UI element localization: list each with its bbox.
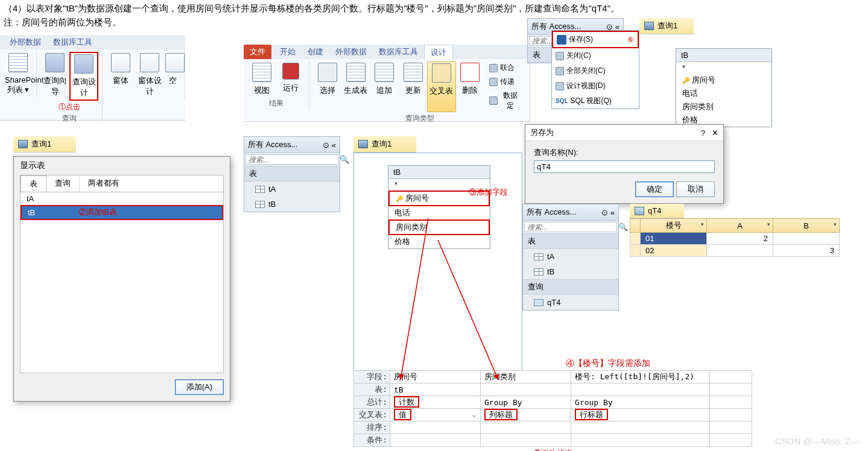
grid-cross-3[interactable]: 行标题: [575, 409, 608, 420]
showtable-title: 显示表: [14, 157, 230, 172]
update-button[interactable]: 更新: [399, 62, 427, 112]
nav2-ta[interactable]: tA: [523, 249, 618, 264]
union-button[interactable]: 联合: [487, 62, 524, 74]
menu-close[interactable]: 关闭(C): [552, 48, 639, 63]
tab-ext[interactable]: 外部数据: [329, 45, 373, 59]
nav2-qt4[interactable]: qT4: [523, 295, 618, 310]
menu-save[interactable]: 保存(S) ⑥: [552, 31, 639, 48]
cell-01-a[interactable]: 2: [707, 233, 773, 245]
nav1-tb[interactable]: tB: [244, 197, 340, 212]
query-icon: [635, 207, 644, 215]
saveas-ok[interactable]: 确定: [635, 181, 674, 197]
append-button[interactable]: 追加: [370, 62, 399, 112]
nav2-sect1: 表: [523, 233, 618, 249]
col-a[interactable]: A▾: [707, 219, 773, 233]
tab-tools[interactable]: 数据库工具: [373, 45, 424, 59]
group-results: 结果: [247, 98, 305, 109]
watermark: CSDN @—Miss. Z—: [775, 436, 860, 446]
nav2-sect2: 查询: [523, 279, 618, 295]
maketable-button[interactable]: 生成表: [341, 62, 370, 112]
nav1-ta[interactable]: tA: [244, 181, 340, 197]
tab-create[interactable]: 创建: [302, 45, 329, 59]
query-icon: [644, 22, 654, 30]
tb-field-tel[interactable]: 电话: [388, 206, 490, 219]
result-table: 楼号▾ A▾ B▾ 01 2 02 3: [630, 218, 840, 257]
view-button[interactable]: 视图: [247, 62, 276, 97]
col-b[interactable]: B▾: [773, 219, 840, 233]
table-icon: [255, 186, 265, 193]
blank-button[interactable]: 空: [164, 52, 181, 98]
form-button[interactable]: 窗体: [106, 52, 135, 98]
nav2-head[interactable]: 所有 Access...⊙ «: [523, 204, 618, 221]
col-building[interactable]: 楼号▾: [641, 219, 707, 233]
tb-field-room-2[interactable]: 房间号: [676, 74, 771, 87]
ribbon1-tabs: 外部数据 数据库工具: [0, 35, 185, 49]
tb-field-price[interactable]: 价格: [388, 235, 490, 248]
nav2-tb[interactable]: tB: [523, 264, 618, 279]
select-button[interactable]: 选择: [313, 62, 341, 112]
grid-total-2[interactable]: Group By: [481, 396, 571, 409]
datadef-button[interactable]: 数据定: [487, 89, 524, 112]
showtable-add[interactable]: 添加(A): [175, 379, 224, 395]
design-grid[interactable]: 字段: 房间号 房间类别 楼号: Left([tb]![房间号],2) 表: t…: [353, 370, 752, 447]
cell-02-a[interactable]: [707, 245, 773, 257]
tab-external-data[interactable]: 外部数据: [4, 35, 47, 49]
annotation-2: ②添加tB表: [78, 207, 117, 218]
query-wizard-button[interactable]: 查询向导: [40, 52, 69, 101]
annotation-6: ⑥: [627, 36, 634, 44]
cell-01-b[interactable]: [773, 233, 840, 245]
query1-tab-center[interactable]: 查询1: [353, 136, 416, 153]
menu-sqlview[interactable]: SQLSQL 视图(Q): [552, 93, 639, 109]
instruction-text: （4）以表对象"tB"为数据源创建一个查询，使用房间号统计并显示每栋楼的各类房间…: [0, 0, 868, 31]
grid-cross-1[interactable]: 值: [394, 409, 411, 420]
table-icon: [255, 201, 265, 208]
tab-file[interactable]: 文件: [244, 45, 271, 59]
nav1-head[interactable]: 所有 Access...⊙ «: [244, 137, 340, 153]
grid-field-2[interactable]: 房间类别: [481, 371, 571, 383]
group-label-query: 查询: [40, 113, 98, 124]
crosstab-button[interactable]: 交叉表: [427, 62, 455, 112]
nav2-search[interactable]: [527, 223, 618, 232]
saveas-input[interactable]: [534, 160, 715, 173]
saveas-cancel[interactable]: 取消: [676, 181, 715, 197]
cell-02[interactable]: 02: [641, 245, 707, 257]
annotation-4: ④【楼号】字段需添加: [566, 358, 650, 369]
run-button[interactable]: 运行: [276, 62, 305, 97]
saveas-label: 查询名称(N):: [534, 147, 715, 158]
grid-field-3[interactable]: 楼号: Left([tb]![房间号],2): [571, 371, 710, 383]
tb-field-type[interactable]: 房间类别: [388, 219, 490, 235]
showtable-item-ta[interactable]: tA: [21, 192, 223, 205]
menu-designview[interactable]: 设计视图(D): [552, 78, 639, 93]
nav1-search[interactable]: [249, 156, 340, 164]
query1-tab-left[interactable]: 查询1: [13, 136, 76, 153]
query-design-button[interactable]: 查询设计: [69, 52, 98, 101]
qt4-tab[interactable]: qT4: [630, 204, 684, 218]
ribbon2-tabs: 文件 开始 创建 外部数据 数据库工具 设计: [244, 45, 530, 59]
menu-closeall[interactable]: 全部关闭(C): [552, 63, 639, 78]
cell-02-b[interactable]: 3: [773, 245, 840, 257]
showtable-tab-both[interactable]: 两者都有: [80, 175, 128, 192]
grid-total-1[interactable]: 计数: [394, 396, 419, 408]
showtable-tab-table[interactable]: 表: [21, 175, 46, 192]
cell-01[interactable]: 01: [641, 233, 707, 245]
group-querytype: 查询类型: [313, 113, 526, 124]
grid-total-3[interactable]: Group By: [571, 396, 710, 409]
query-icon: [18, 140, 28, 148]
grid-field-1[interactable]: 房间号: [390, 371, 481, 383]
showtable-tab-query[interactable]: 查询: [46, 175, 80, 192]
form-design-button[interactable]: 窗体设计: [135, 52, 164, 98]
tab-start[interactable]: 开始: [274, 45, 302, 59]
search-icon: 🔍: [340, 155, 349, 164]
sharepoint-button[interactable]: SharePoint 列表 ▾: [4, 52, 33, 96]
tb-box-title-2: tB: [676, 49, 771, 62]
tb-star-2[interactable]: *: [676, 62, 771, 74]
query1-tab-tr[interactable]: 查询1: [639, 18, 694, 34]
tab-design[interactable]: 设计: [424, 45, 453, 60]
passthrough-button[interactable]: 传递: [487, 75, 524, 88]
tab-db-tools[interactable]: 数据库工具: [47, 35, 98, 49]
grid-cross-2[interactable]: 列标题: [484, 409, 518, 420]
tb-field-tel-2[interactable]: 电话: [676, 87, 771, 100]
tb-field-type-2[interactable]: 房间类别: [676, 100, 771, 113]
delete-button[interactable]: 删除: [456, 62, 484, 112]
showtable-item-tb[interactable]: tB: [21, 205, 223, 220]
